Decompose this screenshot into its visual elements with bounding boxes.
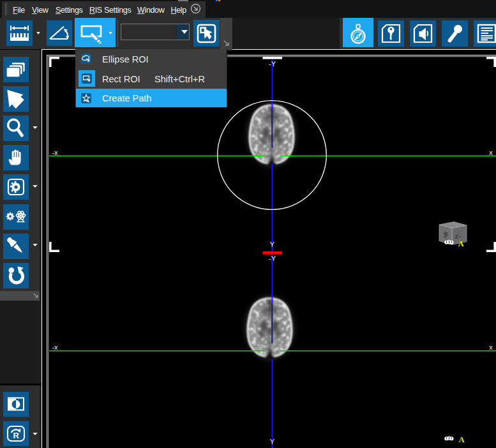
svg-text:A: A — [458, 239, 464, 248]
svg-text:-x: -x — [52, 343, 58, 351]
svg-text:Y: Y — [270, 438, 275, 445]
svg-text:x: x — [489, 149, 493, 156]
svg-text:x: x — [489, 343, 493, 351]
svg-text:-x: -x — [52, 149, 58, 156]
svg-text:Y: Y — [270, 241, 275, 248]
svg-text:-Y: -Y — [269, 255, 276, 262]
svg-text:-Y: -Y — [269, 60, 276, 68]
svg-text:A: A — [459, 435, 465, 444]
